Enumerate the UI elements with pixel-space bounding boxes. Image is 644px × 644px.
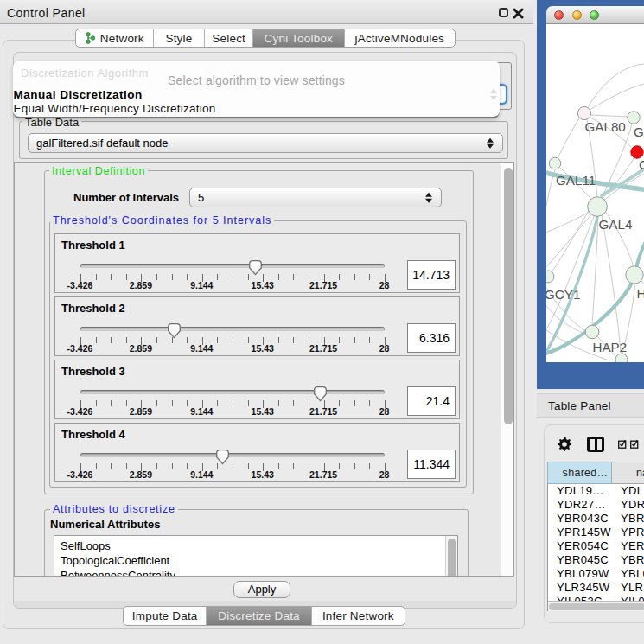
svg-text:H: H	[637, 286, 644, 301]
svg-text:GA: GA	[634, 124, 644, 139]
svg-text:GAL80: GAL80	[585, 119, 626, 134]
svg-text:HAP2: HAP2	[593, 340, 628, 354]
svg-text:C: C	[639, 157, 644, 172]
svg-text:GCY1: GCY1	[546, 287, 580, 302]
svg-text:GAL11: GAL11	[556, 173, 596, 188]
svg-text:GAL4: GAL4	[599, 217, 633, 232]
